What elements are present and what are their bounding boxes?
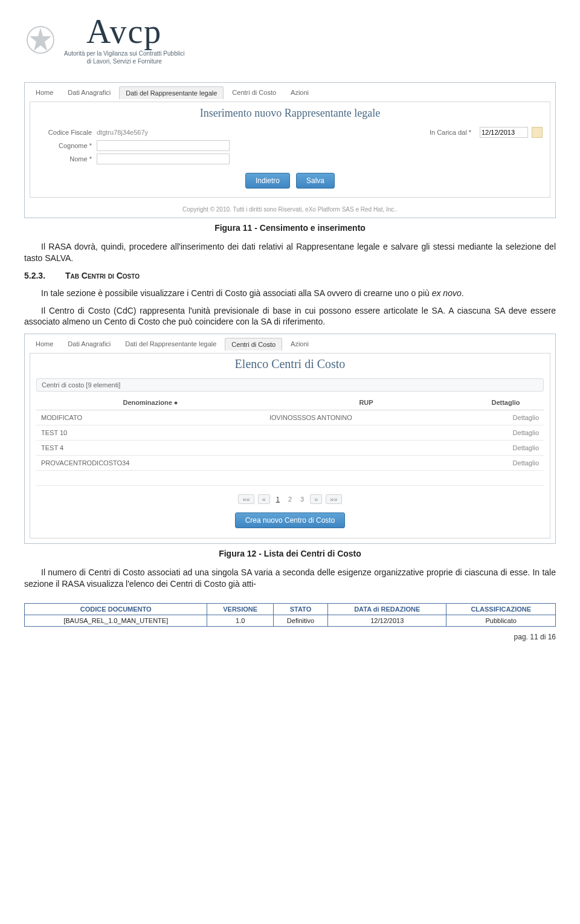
- cell-rup: IOVINOSSSOS ANTONINO: [265, 410, 468, 425]
- tabs-row: Home Dati Anagrafici Dati del Rappresent…: [25, 83, 555, 99]
- page-number: pag. 11 di 16: [24, 633, 556, 641]
- tab2-azioni[interactable]: Azioni: [285, 338, 315, 351]
- cell-denom: PROVACENTRODICOSTO34: [36, 456, 265, 471]
- tab2-dati-anagrafici[interactable]: Dati Anagrafici: [62, 338, 117, 351]
- ft-v-stato: Definitivo: [273, 615, 327, 627]
- brand-subtitle: Autorità per la Vigilanza sui Contratti …: [64, 50, 184, 65]
- centri-table: Denominazione ● RUP Dettaglio MODIFICATO…: [36, 395, 544, 486]
- form-panel: Inserimento nuovo Rappresentante legale …: [30, 102, 550, 198]
- crea-nuovo-centro-button[interactable]: Crea nuovo Centro di Costo: [235, 512, 346, 528]
- input-in-carica-dal[interactable]: [480, 127, 528, 138]
- table-row: [36, 471, 544, 486]
- para2-part-c: .: [462, 288, 464, 298]
- tab2-rappresentante-legale[interactable]: Dati del Rappresentante legale: [119, 338, 222, 351]
- ft-h-classif: CLASSIFICAZIONE: [446, 604, 556, 615]
- table-row: MODIFICATO IOVINOSSSOS ANTONINO Dettagli…: [36, 410, 544, 425]
- cell-denom: TEST 10: [36, 425, 265, 441]
- doc-header: Avcp Autorità per la Vigilanza sui Contr…: [24, 15, 556, 76]
- cell-denom: TEST 4: [36, 441, 265, 456]
- ft-h-stato: STATO: [273, 604, 327, 615]
- table-row: PROVACENTRODICOSTO34 Dettaglio: [36, 456, 544, 471]
- para-cdc-desc: Il Centro di Costo (CdC) rappresenta l'u…: [24, 305, 556, 328]
- brand-sub-line1: Autorità per la Vigilanza sui Contratti …: [64, 50, 184, 57]
- label-nome: Nome *: [37, 155, 92, 163]
- dettaglio-link[interactable]: Dettaglio: [468, 425, 544, 441]
- tab-rappresentante-legale[interactable]: Dati del Rappresentante legale: [119, 86, 224, 99]
- figure-11-caption: Figura 11 - Censimento e inserimento: [24, 223, 556, 233]
- list-panel: Elenco Centri di Costo Centri di costo […: [30, 353, 550, 538]
- pager-page-2[interactable]: 2: [286, 496, 294, 503]
- para2-italic: ex novo: [432, 288, 462, 298]
- figure-12-caption: Figura 12 - Lista dei Centri di Costo: [24, 549, 556, 558]
- list-title: Elenco Centri di Costo: [30, 354, 550, 378]
- svg-marker-0: [30, 28, 51, 51]
- pager-page-1[interactable]: 1: [274, 496, 282, 503]
- pager-prev[interactable]: «: [258, 494, 270, 504]
- para-rasa-salva: Il RASA dovrà, quindi, procedere all'ins…: [24, 241, 556, 264]
- tab-centri-di-costo[interactable]: Centri di Costo: [226, 86, 282, 99]
- ft-h-codice: CODICE DOCUMENTO: [25, 604, 207, 615]
- salva-button[interactable]: Salva: [296, 173, 335, 189]
- col-dettaglio: Dettaglio: [468, 395, 544, 410]
- brand-block: Avcp Autorità per la Vigilanza sui Contr…: [64, 15, 184, 65]
- ft-h-versione: VERSIONE: [207, 604, 273, 615]
- screenshot-insert-form: Home Dati Anagrafici Dati del Rappresent…: [24, 82, 556, 218]
- brand-sub-line2: di Lavori, Servizi e Forniture: [86, 58, 162, 65]
- cell-rup: [265, 456, 468, 471]
- para-numero-centri: Il numero di Centri di Costo associati a…: [24, 567, 556, 590]
- tab-home[interactable]: Home: [30, 86, 59, 99]
- count-badge: Centri di costo [9 elementi]: [36, 378, 544, 392]
- cell-rup: [265, 441, 468, 456]
- col-rup[interactable]: RUP: [265, 395, 468, 410]
- input-nome[interactable]: [97, 153, 230, 164]
- table-row: TEST 10 Dettaglio: [36, 425, 544, 441]
- pagination: «« « 1 2 3 » »»: [30, 486, 550, 510]
- pager-first[interactable]: ««: [238, 494, 254, 504]
- pager-next[interactable]: »: [310, 494, 322, 504]
- copyright-text: Copyright © 2010. Tutti i diritti sono R…: [25, 202, 555, 218]
- pager-last[interactable]: »»: [326, 494, 341, 504]
- pager-page-3[interactable]: 3: [298, 496, 306, 503]
- label-in-carica: In Carica dal *: [430, 129, 471, 136]
- section-number: 5.2.3.: [24, 270, 63, 282]
- tab2-centri-di-costo[interactable]: Centri di Costo: [225, 338, 282, 351]
- ft-v-codice: [BAUSA_REL_1.0_MAN_UTENTE]: [25, 615, 207, 627]
- dettaglio-link[interactable]: Dettaglio: [468, 441, 544, 456]
- para2-part-a: In tale sezione è possibile visualizzare…: [41, 288, 432, 298]
- label-codice-fiscale: Codice Fiscale: [37, 129, 92, 136]
- ft-v-versione: 1.0: [207, 615, 273, 627]
- indietro-button[interactable]: Indietro: [245, 173, 290, 189]
- tab-azioni[interactable]: Azioni: [285, 86, 315, 99]
- table-row: TEST 4 Dettaglio: [36, 441, 544, 456]
- footer-table: CODICE DOCUMENTO VERSIONE STATO DATA di …: [24, 603, 556, 627]
- ft-v-classif: Pubblicato: [446, 615, 556, 627]
- ft-h-data: DATA di REDAZIONE: [328, 604, 446, 615]
- dettaglio-link[interactable]: Dettaglio: [468, 410, 544, 425]
- section-heading: 5.2.3. Tab Centri di Costo: [24, 270, 556, 282]
- screenshot-elenco-centri: Home Dati Anagrafici Dati del Rappresent…: [24, 334, 556, 544]
- input-cognome[interactable]: [97, 140, 230, 151]
- calendar-icon[interactable]: [532, 127, 543, 138]
- brand-logo: Avcp: [86, 15, 162, 48]
- dettaglio-link[interactable]: Dettaglio: [468, 456, 544, 471]
- row-codice-fiscale: Codice Fiscale dtgtru78j34e567y In Caric…: [30, 126, 550, 139]
- tab2-home[interactable]: Home: [30, 338, 59, 351]
- col-denominazione[interactable]: Denominazione ●: [36, 395, 265, 410]
- tab-dati-anagrafici[interactable]: Dati Anagrafici: [62, 86, 117, 99]
- form-title: Inserimento nuovo Rappresentante legale: [30, 102, 550, 126]
- label-cognome: Cognome *: [37, 142, 92, 149]
- cell-rup: [265, 425, 468, 441]
- ft-v-data: 12/12/2013: [328, 615, 446, 627]
- cell-denom: MODIFICATO: [36, 410, 265, 425]
- emblem-icon: [24, 24, 57, 56]
- value-codice-fiscale: dtgtru78j34e567y: [97, 129, 148, 136]
- section-title: Tab Centri di Costo: [65, 271, 140, 280]
- para-section-intro: In tale sezione è possibile visualizzare…: [24, 288, 556, 299]
- tabs-row-2: Home Dati Anagrafici Dati del Rappresent…: [25, 334, 555, 351]
